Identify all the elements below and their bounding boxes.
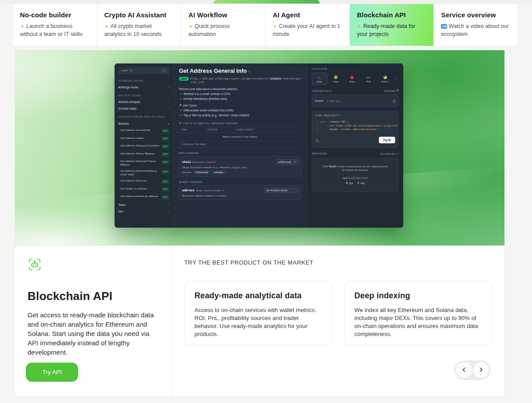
language-shell[interactable]: >_ Shell xyxy=(312,73,327,85)
ruby-icon xyxy=(350,75,354,79)
history-empty-message: Make a request to see history. xyxy=(179,133,302,141)
endpoint-get-address-tokens-balance[interactable]: Get Address Tokens BalanceGET xyxy=(118,152,170,157)
col-time: TIME xyxy=(181,128,207,131)
tab-title: Blockchain API xyxy=(357,11,427,19)
get-method-badge: GET xyxy=(161,187,170,192)
param-name: address xyxy=(182,189,195,192)
bottom-strip xyxy=(0,398,532,403)
sidebar-item-token[interactable]: Token› xyxy=(118,203,170,206)
card-title: Ready-made analytical data xyxy=(195,291,322,300)
shortcut-badge xyxy=(161,69,167,72)
carousel-pager xyxy=(454,360,491,380)
tab-title: AI Agent xyxy=(273,11,342,19)
shell-icon: >_ xyxy=(317,75,322,79)
language-label: LANGUAGE xyxy=(312,67,399,70)
tab-subtitle: Create your AI agent in 1 minute xyxy=(273,23,342,38)
param-description: Target blockchain network (e.g., ethereu… xyxy=(182,166,298,169)
tab-crypto-ai-assistant[interactable]: Crypto AI Assistant All crypto market an… xyxy=(97,4,181,46)
python-icon xyxy=(383,75,387,79)
credentials-row: CREDENTIALS HEADER xyxy=(312,89,399,92)
response-hint-2: Or choose an example: xyxy=(316,168,395,172)
try-it-button[interactable]: Try It! xyxy=(379,137,395,143)
get-method-badge: GET xyxy=(161,144,170,149)
tab-subtitle: Quick process automation xyxy=(188,23,258,38)
language-node[interactable]: Node xyxy=(328,73,344,85)
copy-icon[interactable] xyxy=(315,136,319,144)
endpoint-url-row: GET https://b2b.api.arbitragescanner.io/… xyxy=(179,77,302,84)
more-languages-icon[interactable]: ⋮ xyxy=(393,73,399,85)
examples-dropdown[interactable]: EXAMPLES ∨ xyxy=(381,152,399,155)
status-err-dot xyxy=(357,182,359,184)
card-title: Deep indexing xyxy=(354,291,482,300)
curl-collapse-toggle[interactable]: CURL REQUEST ∨ xyxy=(312,111,398,119)
response-placeholder-card: Click Try It! to start a request and see… xyxy=(312,158,399,192)
tab-service-overview[interactable]: Service overview Watch a video about our… xyxy=(433,4,518,46)
next-button[interactable] xyxy=(473,362,489,378)
address-input[interactable] xyxy=(264,188,298,193)
info-circle-icon xyxy=(397,89,399,91)
path-params-label: PATH PARAMS xyxy=(179,152,302,154)
anchor-link-icon[interactable]: ⚲ xyxy=(248,70,250,73)
credentials-header-toggle[interactable]: HEADER xyxy=(384,89,399,92)
api-key-input[interactable] xyxy=(326,99,390,103)
get-method-badge: GET xyxy=(161,160,170,165)
prev-button[interactable] xyxy=(456,362,472,378)
param-type: string enum xyxy=(192,161,205,163)
endpoint-get-address-deployed-contracts[interactable]: Get Address Deployed ContractsGET xyxy=(118,144,170,149)
sidebar-section-wallets: WALLETS SCOPE xyxy=(118,94,170,97)
history-footer: 0 Requests This Month xyxy=(179,141,302,148)
card-body: Access to on-chain services with wallet … xyxy=(195,306,322,338)
tab-subtitle: Watch a video about our ecosystem xyxy=(441,23,511,38)
status-ok-dot xyxy=(346,182,348,184)
hero-banner: JUMP TO SCREENER SCOPE Arbitrage-hooks› … xyxy=(15,50,504,245)
tools-icon xyxy=(179,104,182,107)
sidebar-item-arbitrage-hooks[interactable]: Arbitrage-hooks› xyxy=(118,86,170,89)
chevron-left-icon xyxy=(461,367,467,374)
allowed-values-row: Allowed: ethereum solana xyxy=(182,170,298,174)
endpoint-get-address-labels[interactable]: Get Address LabelsGET xyxy=(118,137,170,142)
address-param-box: address string required length ≥ 1 Block… xyxy=(179,185,302,200)
allowed-chip-ethereum: ethereum xyxy=(194,170,210,174)
sidebar-section-onchain-docs: ONCHAIN INDEXED DATA API DOCS xyxy=(118,115,170,118)
endpoint-get-tokens-transfers-by-address[interactable]: Get tokens transfers by addressGET xyxy=(118,195,170,200)
status-422: 422 xyxy=(357,182,365,185)
feature-bullet: Activity timestamps (first/last seen) xyxy=(179,97,302,100)
param-description: Blockchain address (wallet or contract). xyxy=(182,194,298,197)
get-method-badge: GET xyxy=(161,195,170,200)
param-type: string xyxy=(196,189,202,192)
endpoint-get-address-historical-balance-chart[interactable]: Get Address Historical Balance (chart da… xyxy=(118,170,170,176)
lightning-icon xyxy=(20,24,25,31)
feature-tabbar: No-code builder Launch a business withou… xyxy=(12,4,518,46)
tab-ai-agent[interactable]: AI Agent Create your AI agent in 1 minut… xyxy=(265,4,349,46)
response-hint: Click Try It! to start a request and see… xyxy=(316,165,395,169)
language-php[interactable]: php PHP xyxy=(361,73,376,85)
try-api-button[interactable]: · Try API · xyxy=(26,363,78,382)
get-method-badge: GET xyxy=(161,170,170,174)
section-eyebrow: TRY THE BEST PRODUCT ON THE MARKET xyxy=(184,259,492,266)
endpoint-get-swaps-by-address[interactable]: Get Swaps by addressGET xyxy=(118,187,170,192)
sidebar-item-address-analysis[interactable]: Address-analysis› xyxy=(118,100,170,103)
tab-title: Crypto AI Assistant xyxy=(104,11,174,19)
param-name: chain xyxy=(182,160,191,164)
tab-ai-workflow[interactable]: AI Workflow Quick process automation xyxy=(181,4,265,46)
language-python[interactable]: Python xyxy=(377,73,393,85)
tab-no-code-builder[interactable]: No-code builder Launch a business withou… xyxy=(12,4,97,46)
endpoint-get-address-historical-tokens-balance[interactable]: Get Address Historical Tokens BalanceGET xyxy=(118,160,170,166)
php-icon: php xyxy=(366,75,371,79)
login-history-link[interactable]: LOG IN TO SEE FULL REQUEST HISTORY xyxy=(179,122,302,125)
chain-select[interactable]: ethereum ⇅ xyxy=(276,159,298,165)
sidebar-group-address[interactable]: Address∨ xyxy=(118,122,170,126)
lock-icon xyxy=(393,97,396,105)
get-method-badge: GET xyxy=(161,129,170,134)
language-ruby[interactable]: Ruby xyxy=(345,73,360,85)
sidebar-item-dex[interactable]: Dex› xyxy=(118,210,170,213)
docs-main: Get Address General Info ⚲ GET https://b… xyxy=(174,63,307,228)
tab-title: AI Workflow xyxy=(188,11,258,19)
tab-blockchain-api[interactable]: Blockchain API Ready-made data for your … xyxy=(349,4,434,46)
sidebar-item-onchain-tasks[interactable]: Onchain-tasks› xyxy=(118,107,170,110)
card-deep-indexing: Deep indexing We index all key Ethereum … xyxy=(344,281,492,345)
endpoint-get-address-approves[interactable]: Get Address ApprovesGET xyxy=(118,179,170,184)
jump-to-search[interactable]: JUMP TO xyxy=(118,67,170,74)
chevron-right-icon: › xyxy=(169,86,170,89)
endpoint-get-address-general-info[interactable]: Get Address General InfoGET xyxy=(118,129,170,134)
